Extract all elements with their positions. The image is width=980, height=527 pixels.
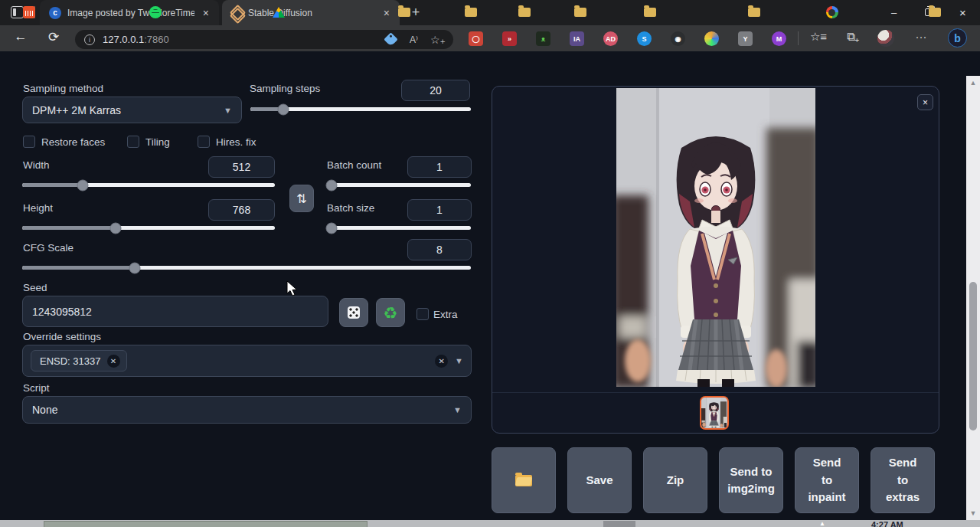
gradio-favicon-icon: [231, 8, 242, 18]
extra-seed-checkbox[interactable]: [416, 308, 429, 320]
batch-count-input[interactable]: 1: [407, 156, 472, 178]
override-settings-label: Override settings: [23, 331, 101, 342]
override-chip[interactable]: ENSD: 31337 ✕: [31, 350, 127, 372]
site-info-icon[interactable]: i: [84, 34, 95, 45]
generated-image[interactable]: [616, 88, 815, 387]
slider-fill: [22, 183, 83, 187]
slider-knob[interactable]: [325, 222, 337, 234]
add-favorite-icon[interactable]: ☆₊: [430, 34, 446, 46]
address-bar[interactable]: i 127.0.0.1:7860 A⁾ ☆₊: [75, 30, 453, 49]
seed-label: Seed: [23, 282, 47, 293]
soundcloud-icon: [23, 6, 35, 18]
extension-ad-icon[interactable]: AD: [603, 31, 618, 46]
extension-globe-icon[interactable]: [704, 31, 719, 46]
slider-knob[interactable]: [325, 179, 337, 191]
slider-knob[interactable]: [129, 262, 140, 273]
browser-tab-inactive[interactable]: c Image posted by TwoMoreTimes ×: [40, 0, 219, 25]
scroll-up-icon[interactable]: ▲: [966, 79, 980, 87]
batch-size-input[interactable]: 1: [407, 199, 472, 221]
open-folder-button[interactable]: [492, 447, 556, 513]
dice-icon: [348, 306, 360, 319]
chevron-down-icon: ▼: [453, 405, 462, 414]
taskbar-search-box[interactable]: [44, 521, 368, 527]
google-icon: [826, 6, 838, 18]
hires-fix-checkbox[interactable]: [198, 136, 210, 148]
collections-icon[interactable]: ⧉₊: [844, 30, 862, 44]
read-aloud-icon[interactable]: A⁾: [410, 34, 418, 45]
seed-input[interactable]: 1243095812: [22, 296, 328, 327]
swap-dimensions-button[interactable]: ⇅: [289, 185, 314, 212]
folder-icon: [574, 8, 586, 17]
extension-m-icon[interactable]: M: [772, 31, 786, 46]
reuse-seed-button[interactable]: ♻: [376, 298, 405, 327]
extension-fast-forward-icon[interactable]: »: [502, 31, 517, 46]
windows-taskbar: ▲ 4:27 AM: [0, 520, 980, 527]
hidden-icons-chevron[interactable]: ▲: [819, 520, 825, 527]
folder-icon: [748, 8, 760, 17]
extension-creature-icon[interactable]: ᴥ: [536, 31, 550, 46]
tiling-checkbox[interactable]: [127, 136, 139, 148]
save-button[interactable]: Save: [567, 447, 632, 513]
tab-actions-icon[interactable]: [11, 6, 24, 18]
slider-knob[interactable]: [110, 222, 122, 234]
random-seed-button[interactable]: [339, 298, 368, 327]
shopping-tag-icon[interactable]: [384, 32, 397, 46]
override-settings-box[interactable]: ENSD: 31337 ✕ ✕ ▼: [22, 345, 472, 377]
gallery-thumbnail-selected[interactable]: [700, 396, 729, 430]
height-label: Height: [23, 202, 53, 214]
send-to-extras-button[interactable]: Send to extras: [871, 447, 935, 513]
script-dropdown[interactable]: None ▼: [22, 396, 472, 424]
window-minimize-button[interactable]: –: [877, 0, 911, 25]
send-to-inpaint-button[interactable]: Send to inpaint: [795, 447, 859, 513]
folder-icon: [398, 8, 410, 17]
extension-pin-icon[interactable]: ◉: [671, 31, 685, 46]
extra-label: Extra: [433, 309, 458, 320]
batch-count-label: Batch count: [327, 159, 381, 171]
sampling-steps-slider[interactable]: [250, 107, 471, 111]
chip-remove-icon[interactable]: ✕: [107, 355, 120, 368]
profile-avatar[interactable]: [877, 30, 894, 47]
height-input[interactable]: 768: [208, 199, 275, 221]
browser-tab-active[interactable]: Stable Diffusion ×: [222, 0, 400, 25]
extension-shazam-icon[interactable]: S: [637, 31, 652, 46]
extension-o-icon[interactable]: ◯: [469, 31, 483, 46]
taskbar-app-icon[interactable]: [603, 521, 635, 527]
cfg-scale-slider[interactable]: [22, 266, 471, 270]
height-slider[interactable]: [22, 226, 275, 230]
gallery-close-button[interactable]: ×: [917, 94, 933, 110]
zip-button[interactable]: Zip: [643, 447, 707, 513]
clear-all-icon[interactable]: ✕: [435, 355, 448, 368]
extension-ia-icon[interactable]: IA: [570, 31, 584, 46]
bing-discover-icon[interactable]: b: [948, 28, 967, 47]
batch-count-slider[interactable]: [327, 183, 471, 187]
url-text[interactable]: 127.0.0.1:7860: [103, 34, 378, 45]
folder-icon: [644, 8, 656, 17]
width-slider[interactable]: [22, 183, 275, 187]
slider-knob[interactable]: [278, 103, 289, 115]
slider-knob[interactable]: [77, 179, 89, 191]
thumbnail-image: [701, 398, 727, 427]
refresh-button[interactable]: ⟳: [44, 29, 63, 45]
override-chip-text: ENSD: 31337: [40, 355, 101, 367]
extension-y-icon[interactable]: Y: [738, 31, 753, 46]
window-close-button[interactable]: ×: [946, 0, 980, 25]
tab-close-icon[interactable]: ×: [201, 7, 211, 19]
page-scrollbar[interactable]: ▲ ▼: [966, 76, 980, 520]
tab-favicon-icon: c: [49, 7, 61, 19]
batch-size-slider[interactable]: [327, 226, 471, 230]
cfg-scale-input[interactable]: 8: [407, 239, 472, 260]
tab-close-icon[interactable]: ×: [381, 7, 392, 19]
sampling-method-dropdown[interactable]: DPM++ 2M Karras ▼: [22, 97, 242, 123]
scroll-down-icon[interactable]: ▼: [966, 509, 980, 517]
back-button[interactable]: ←: [11, 29, 30, 44]
send-to-img2img-button[interactable]: Send to img2img: [719, 447, 783, 513]
settings-menu-icon[interactable]: ···: [912, 30, 930, 43]
restore-faces-checkbox[interactable]: [23, 136, 35, 148]
scrollbar-thumb[interactable]: [969, 282, 977, 430]
tiling-label: Tiling: [145, 136, 170, 148]
favorites-menu-icon[interactable]: ☆≡: [809, 30, 828, 44]
tab-title: Image posted by TwoMoreTimes: [67, 8, 194, 18]
width-input[interactable]: 512: [208, 156, 275, 178]
sampling-method-value: DPM++ 2M Karras: [32, 104, 121, 116]
sampling-steps-input[interactable]: 20: [401, 80, 470, 101]
